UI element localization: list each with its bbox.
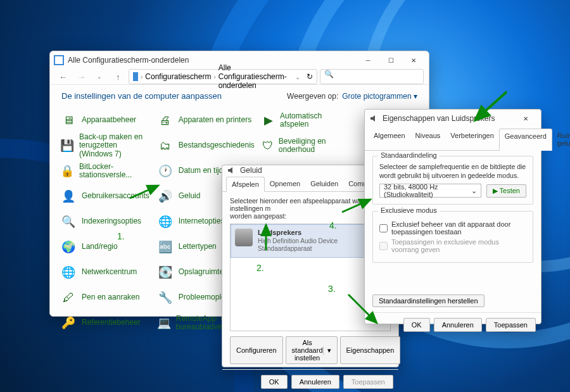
history-dropdown[interactable]: ⌄ — [92, 73, 108, 80]
control-panel-icon — [54, 55, 64, 65]
item-label: Beveiliging en onderhoud — [279, 137, 337, 154]
cp-item[interactable]: 🔍Indexeringsopties — [59, 210, 151, 234]
device-name: Luidsprekers — [258, 229, 301, 236]
item-label: Opslagruimten — [179, 268, 228, 276]
minimize-button[interactable]: ─ — [357, 51, 379, 69]
item-icon: 🛡 — [262, 137, 274, 154]
item-icon: 🖥 — [60, 112, 77, 129]
tab-geluiden[interactable]: Geluiden — [305, 177, 343, 191]
sound-icon — [226, 165, 236, 175]
cp-item[interactable]: 🔑Referentiebeheer — [59, 311, 151, 335]
ok-button[interactable]: OK — [261, 375, 288, 389]
exclusive-checkbox-1[interactable]: Exclusief beheer van dit apparaat door t… — [379, 220, 526, 236]
props-titlebar: Eigenschappen van Luidsprekers ✕ — [365, 110, 541, 127]
props-tabs: AlgemeenNiveausVerbeteringenGeavanceerdR… — [365, 129, 541, 151]
item-label: Pen en aanraken — [82, 293, 139, 301]
item-icon: 💾 — [60, 137, 74, 154]
window-title: Alle Configuratiescherm-onderdelen — [68, 56, 189, 65]
cp-item[interactable]: 👤Gebruikersaccounts — [59, 184, 151, 208]
format-select[interactable]: 32 bits, 48000 Hz (Studiokwaliteit)⌄ — [379, 184, 481, 198]
tab-verbeteringen[interactable]: Verbeteringen — [445, 129, 499, 150]
item-icon: 🖊 — [60, 289, 77, 306]
cp-item[interactable]: 🌍Land/regio — [59, 235, 151, 259]
restore-defaults-button[interactable]: Standaardinstellingen herstellen — [372, 294, 484, 307]
item-icon: 💽 — [157, 264, 174, 281]
item-label: Apparaatbeheer — [82, 116, 136, 124]
crumb-dropdown[interactable]: ⌄ — [295, 73, 300, 80]
device-sub1: High Definition Audio Device — [258, 237, 338, 244]
tab-afspelen[interactable]: Afspelen — [226, 177, 265, 192]
apply-button[interactable]: Toepassen — [486, 318, 536, 332]
exclusive-checkbox-2[interactable]: Toepassingen in exclusieve modus voorran… — [379, 238, 526, 253]
page-title: De instellingen van de computer aanpasse… — [61, 91, 222, 101]
close-button[interactable]: ✕ — [514, 110, 537, 127]
tab-ruimtelijk geluid[interactable]: Ruimtelijk geluid — [552, 129, 570, 150]
properties-dialog: Eigenschappen van Luidsprekers ✕ Algemee… — [364, 109, 542, 324]
cp-item[interactable]: 🖊Pen en aanraken — [59, 286, 151, 310]
crumb-1[interactable]: Configuratiescherm — [145, 72, 211, 81]
item-label: Datum en tijd — [179, 167, 224, 175]
nav-toolbar: ← → ⌄ ↑ › Configuratiescherm › Alle Conf… — [50, 69, 429, 85]
item-icon: 🗂 — [157, 137, 174, 154]
item-label: Referentiebeheer — [82, 319, 141, 327]
cp-item[interactable]: 🖨Apparaten en printers — [156, 108, 256, 132]
item-label: Indexeringsopties — [82, 217, 141, 225]
item-label: Netwerkcentrum — [82, 268, 137, 276]
device-sub2: Standaardapparaat — [258, 245, 312, 252]
tab-niveaus[interactable]: Niveaus — [410, 129, 446, 150]
back-button[interactable]: ← — [55, 72, 71, 82]
test-button[interactable]: ▶ Testen — [486, 184, 526, 198]
item-icon: 🔑 — [60, 315, 77, 331]
ok-button[interactable]: OK — [403, 318, 430, 332]
cp-item[interactable]: 🛡Beveiliging en onderhoud — [261, 134, 338, 158]
item-icon: 💻 — [157, 315, 171, 331]
breadcrumb[interactable]: › Configuratiescherm › Alle Configuratie… — [129, 69, 318, 84]
cp-item[interactable]: 🔒BitLocker-stationsversle... — [59, 159, 151, 183]
forward-button[interactable]: → — [73, 72, 89, 82]
tab-geavanceerd[interactable]: Geavanceerd — [499, 129, 552, 151]
item-label: Back-up maken en terugzetten (Windows 7) — [79, 133, 149, 158]
svg-rect-2 — [133, 72, 138, 81]
item-label: Automatisch afspelen — [280, 112, 336, 129]
folder-icon — [133, 72, 138, 81]
refresh-icon[interactable]: ↻ — [307, 72, 313, 81]
item-icon: 👤 — [60, 188, 77, 205]
cp-item[interactable]: 🌐Netwerkcentrum — [59, 260, 151, 284]
item-icon: 🔧 — [157, 289, 174, 306]
item-label: Gebruikersaccounts — [82, 192, 149, 200]
item-icon: ▶ — [262, 112, 275, 129]
item-icon: 🌐 — [157, 213, 174, 230]
cp-item[interactable]: ▶Automatisch afspelen — [261, 108, 338, 132]
close-button[interactable]: ✕ — [402, 51, 425, 69]
configure-button[interactable]: Configureren — [230, 336, 283, 364]
set-default-button[interactable]: Als standaard instellen▾ — [286, 336, 338, 364]
cp-item[interactable]: 🖥Apparaatbeheer — [59, 108, 151, 132]
format-desc: Selecteer de samplefrequentie en de bitd… — [379, 163, 526, 180]
speaker-icon — [369, 113, 379, 123]
maximize-button[interactable]: ☐ — [379, 51, 402, 69]
item-label: Internetopties — [179, 217, 225, 225]
item-label: Apparaten en printers — [179, 116, 251, 124]
cp-item[interactable]: 🗂Bestandsgeschiedenis — [156, 134, 256, 158]
properties-button[interactable]: Eigenschappen — [340, 336, 401, 364]
cp-item[interactable]: 💾Back-up maken en terugzetten (Windows 7… — [59, 134, 151, 158]
up-button[interactable]: ↑ — [110, 72, 126, 82]
item-icon: 🖨 — [157, 112, 174, 129]
cancel-button[interactable]: Annuleren — [434, 318, 482, 332]
item-icon: 🔤 — [157, 239, 174, 255]
view-label: Weergeven op: — [287, 92, 338, 101]
item-label: Lettertypen — [179, 243, 217, 251]
format-group: Standaardindeling Selecteer de samplefre… — [372, 156, 533, 205]
exclusive-group: Exclusieve modus Exclusief beheer van di… — [372, 211, 533, 263]
tab-algemeen[interactable]: Algemeen — [369, 129, 410, 150]
tab-opnemen[interactable]: Opnemen — [265, 177, 305, 191]
format-legend: Standaardindeling — [378, 151, 440, 159]
apply-button[interactable]: Toepassen — [343, 375, 393, 389]
item-icon: 🕐 — [157, 163, 174, 179]
item-label: Land/regio — [82, 243, 118, 251]
search-input[interactable]: 🔍 — [320, 69, 424, 84]
item-icon: 🔍 — [60, 213, 77, 230]
item-label: Geluid — [179, 192, 201, 200]
view-selector[interactable]: Grote pictogrammen ▾ — [342, 92, 417, 101]
cancel-button[interactable]: Annuleren — [291, 375, 339, 389]
